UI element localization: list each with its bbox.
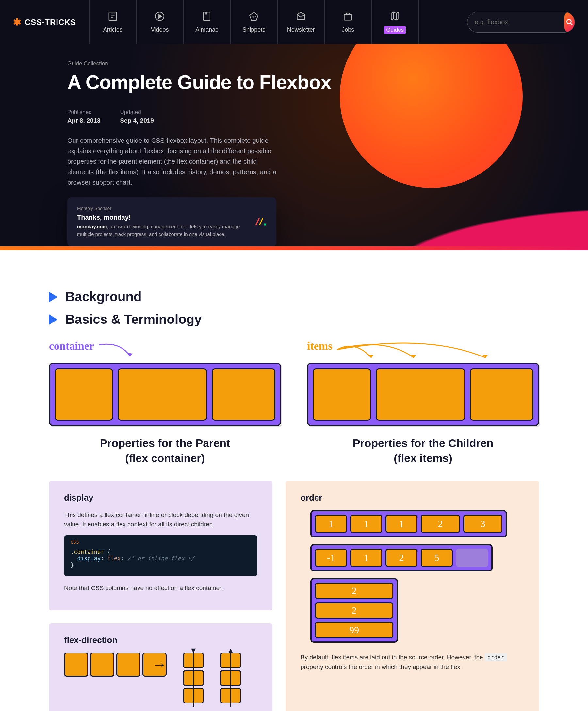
parent-properties-heading: Properties for the Parent(flex container… bbox=[49, 436, 281, 466]
section-heading: Background bbox=[65, 289, 141, 304]
search-input[interactable] bbox=[467, 18, 565, 26]
nav-articles[interactable]: Articles bbox=[89, 0, 136, 44]
flex-items-graphic bbox=[307, 363, 539, 426]
order-card: order 11123 -1125 2299 By default, flex … bbox=[285, 481, 539, 711]
play-circle-icon bbox=[154, 11, 165, 22]
breadcrumb[interactable]: Guide Collection bbox=[67, 61, 414, 67]
items-label: items bbox=[307, 340, 332, 352]
updated-date: Sep 4, 2019 bbox=[120, 117, 154, 124]
order-cell: 99 bbox=[315, 622, 393, 638]
order-cell: 1 bbox=[315, 515, 347, 533]
map-icon bbox=[389, 10, 400, 22]
svg-marker-16 bbox=[127, 353, 133, 356]
article-body: Background Basics & Terminology containe… bbox=[42, 289, 546, 711]
published-label: Published bbox=[67, 109, 100, 116]
svg-rect-11 bbox=[344, 14, 352, 20]
flex-direction-graphic: → ▾ ▴ bbox=[64, 652, 257, 704]
article-meta: Published Apr 8, 2013 Updated Sep 4, 201… bbox=[67, 109, 414, 124]
order-cell: 2 bbox=[421, 515, 460, 533]
svg-marker-5 bbox=[159, 14, 162, 18]
updated-label: Updated bbox=[120, 109, 154, 116]
top-navigation: ✱ CSS-TRICKS Articles Videos Almanac </>… bbox=[0, 0, 588, 44]
items-diagram: items Properties for the Children(flex i… bbox=[307, 340, 539, 466]
arrow-right-icon: → bbox=[152, 656, 167, 673]
order-cell: 1 bbox=[350, 515, 382, 533]
order-cell: 2 bbox=[315, 602, 393, 619]
section-background[interactable]: Background bbox=[49, 289, 539, 304]
site-logo[interactable]: ✱ CSS-TRICKS bbox=[13, 16, 76, 28]
order-cell: 1 bbox=[350, 548, 382, 567]
logo-text: CSS-TRICKS bbox=[25, 18, 76, 27]
code-icon: </> bbox=[248, 11, 259, 22]
card-heading: flex-direction bbox=[64, 635, 257, 645]
triangle-right-icon bbox=[49, 292, 58, 302]
flex-direction-card: flex-direction → ▾ ▴ bbox=[49, 623, 273, 711]
order-cell: 2 bbox=[386, 548, 417, 567]
svg-line-15 bbox=[571, 23, 572, 25]
diagram-row: container Properties for the Parent(flex… bbox=[49, 340, 539, 466]
newspaper-icon bbox=[107, 11, 118, 22]
page-title: A Complete Guide to Flexbox bbox=[67, 71, 414, 93]
asterisk-icon: ✱ bbox=[13, 16, 22, 28]
nav-almanac[interactable]: Almanac bbox=[183, 0, 231, 44]
section-heading: Basics & Terminology bbox=[65, 312, 201, 327]
card-note: Note that CSS columns have no effect on … bbox=[64, 583, 257, 593]
card-heading: order bbox=[301, 493, 524, 503]
book-icon bbox=[201, 11, 212, 22]
order-cell: 5 bbox=[421, 548, 453, 567]
article-intro: Our comprehensive guide to CSS flexbox l… bbox=[67, 135, 276, 188]
sponsor-card[interactable]: Monthly Sponsor Thanks, monday! monday.c… bbox=[67, 197, 276, 246]
nav-videos[interactable]: Videos bbox=[136, 0, 183, 44]
sponsor-link[interactable]: monday.com bbox=[77, 224, 107, 229]
svg-text:</>: </> bbox=[252, 15, 257, 18]
search-button[interactable] bbox=[565, 12, 574, 33]
briefcase-icon bbox=[342, 11, 353, 22]
card-text: By default, flex items are laid out in t… bbox=[301, 652, 524, 672]
card-heading: display bbox=[64, 493, 257, 503]
envelope-icon bbox=[295, 11, 306, 22]
nav-jobs[interactable]: Jobs bbox=[325, 0, 372, 44]
arrow-icon bbox=[97, 340, 136, 360]
property-cards-row: display This defines a flex container; i… bbox=[49, 481, 539, 711]
code-block: CSS .container { display: flex; /* or in… bbox=[64, 535, 257, 576]
card-text: This defines a flex container; inline or… bbox=[64, 510, 257, 529]
container-label: container bbox=[49, 340, 94, 352]
search-box[interactable] bbox=[467, 12, 575, 33]
svg-rect-0 bbox=[109, 12, 117, 21]
monday-logo-icon: //● bbox=[256, 216, 266, 228]
order-cell: 1 bbox=[386, 515, 417, 533]
order-cell bbox=[456, 548, 488, 567]
section-basics[interactable]: Basics & Terminology bbox=[49, 312, 539, 327]
hero-section: Guide Collection A Complete Guide to Fle… bbox=[0, 44, 588, 246]
published-date: Apr 8, 2013 bbox=[67, 117, 100, 124]
children-properties-heading: Properties for the Children(flex items) bbox=[307, 436, 539, 466]
sponsor-copy: monday.com, an award-winning management … bbox=[77, 223, 249, 238]
container-diagram: container Properties for the Parent(flex… bbox=[49, 340, 281, 466]
flex-container-graphic bbox=[49, 363, 281, 426]
nav-guides[interactable]: Guides bbox=[372, 0, 419, 44]
nav-snippets[interactable]: </> Snippets bbox=[231, 0, 278, 44]
nav-newsletter[interactable]: Newsletter bbox=[278, 0, 325, 44]
order-cell: 3 bbox=[463, 515, 502, 533]
svg-point-14 bbox=[567, 19, 571, 23]
order-cell: -1 bbox=[315, 548, 347, 567]
display-card: display This defines a flex container; i… bbox=[49, 481, 273, 610]
triangle-right-icon bbox=[49, 314, 58, 325]
order-graphic: 11123 -1125 2299 bbox=[310, 510, 524, 643]
main-nav: Articles Videos Almanac </> Snippets New… bbox=[89, 0, 419, 44]
search-icon bbox=[565, 18, 574, 26]
sponsor-label: Monthly Sponsor bbox=[77, 206, 249, 211]
sponsor-thanks: Thanks, monday! bbox=[77, 214, 249, 221]
order-cell: 2 bbox=[315, 583, 393, 599]
arrows-icon bbox=[335, 340, 505, 363]
gradient-divider bbox=[0, 246, 588, 250]
